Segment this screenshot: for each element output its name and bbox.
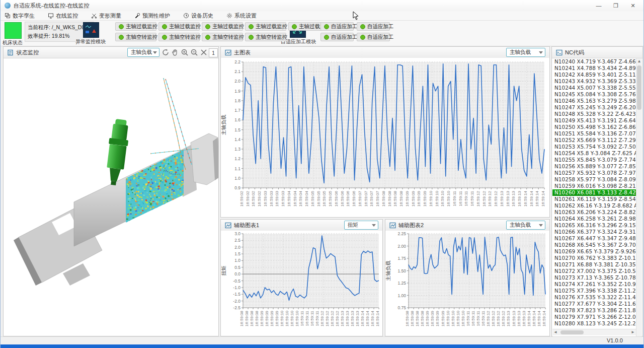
nc-code-line[interactable]: N10258 X5.977 Y-3.084 Z-8.097 A-73.138	[552, 176, 636, 183]
svg-text:16:59:14: 16:59:14	[375, 310, 380, 326]
nc-code-line[interactable]: N10256 X5.889 Y-3.077 Z-7.858 A-73.348	[552, 163, 636, 170]
nc-code-line[interactable]: N10266 X6.377 Y-3.324 Z-9.317 A-71.443	[552, 229, 636, 235]
overload-monitor-button-2[interactable]: 主轴过载监控	[158, 22, 200, 31]
idle-monitor-button-1[interactable]: 主轴空转监控	[115, 33, 156, 41]
nc-code-line[interactable]: N10269 X6.65 Y-3.379 Z-9.926 A-69.947 C	[552, 248, 636, 255]
svg-text:16:59:06: 16:59:06	[340, 190, 345, 206]
version-label: V1.0.0	[607, 337, 623, 343]
nc-code-line[interactable]: N10249 X5.413 Y-3.191 Z-6.642 A-74.346	[552, 117, 636, 124]
aux-chart2-plot[interactable]: 0.751.001.251.501.752.002.2516:59:0816:5…	[385, 231, 549, 336]
nc-code-line[interactable]: N10244 X5.007 Y-3.338 Z-5.553 A-75.297	[552, 85, 636, 91]
nc-code-line[interactable]: N10242 X4.859 Y-3.401 Z-5.114 A-75.775	[552, 72, 636, 78]
nc-code-line[interactable]: N10250 X5.498 Y-3.162 Z-6.86 A-74.178 C	[552, 124, 636, 130]
nc-code-line[interactable]: N10259 X6.016 Y-3.098 Z-8.217 A-73.036	[552, 183, 636, 189]
nc-code-line[interactable]: N10241 X4.788 Y-3.434 Z-4.893 A-76.062	[552, 65, 636, 72]
nc-code-line[interactable]: N10254 X5.8 Y-3.084 Z-7.625 A-73.571 C	[552, 150, 636, 157]
nc-code-line[interactable]: N10240 X4.719 Y-3.467 Z-4.669 A-76.396	[552, 58, 636, 65]
nc-code-line[interactable]: N10263 X6.206 Y-3.224 Z-8.828 A-72.33 C	[552, 209, 636, 216]
main-chart-selector[interactable]: 主轴负载	[506, 48, 545, 57]
aux-chart2-selector[interactable]: 主轴负载	[506, 221, 545, 230]
svg-text:16:59:13: 16:59:13	[355, 310, 360, 326]
svg-text:16:59:12: 16:59:12	[320, 310, 325, 326]
nc-code-line[interactable]: N10253 X5.754 Y-3.092 Z-7.508 A-73.677	[552, 144, 636, 150]
status-dot-icon	[119, 35, 124, 40]
menu-item-deformation-measure[interactable]: 变形测量	[91, 12, 121, 20]
svg-text:16:59:13: 16:59:13	[517, 190, 522, 206]
menu-item-predictive-maintenance[interactable]: 预测性维护	[134, 12, 170, 20]
menu-item-online-monitoring[interactable]: 在线监控	[48, 12, 78, 20]
rotate-view-icon[interactable]	[162, 48, 170, 56]
nc-code-line[interactable]: N10262 X6.16 Y-3.19 Z-8.682 A-72.534 C	[552, 202, 636, 209]
nc-code-line[interactable]: N10251 X5.584 Y-3.136 Z-7.077 A-74.012	[552, 130, 636, 137]
nc-code-line[interactable]: N10257 X5.932 Y-3.078 Z-7.974 A-73.243	[552, 170, 636, 176]
line-chart-icon	[225, 222, 231, 229]
svg-text:16:59:04: 16:59:04	[287, 190, 291, 206]
nc-code-line[interactable]: N10248 X5.328 Y-3.22 Z-6.423 A-74.52 C	[552, 111, 636, 117]
nc-code-line[interactable]: N10268 X6.545 Y-3.367 Z-9.708 A-70.519	[552, 242, 636, 248]
status-dot-icon	[324, 24, 329, 29]
application-window: 自适应系统-在线监控-在线监控 — ❐ ✕ 数字孪生在线监控变形测量预测性维护设…	[0, 0, 644, 348]
nc-code-line[interactable]: N10243 X4.932 Y-3.369 Z-5.335 A-75.523	[552, 78, 636, 85]
menu-item-device-history[interactable]: 设备历史	[183, 12, 213, 20]
zoom-out-icon[interactable]	[190, 48, 198, 56]
nc-code-line-selected[interactable]: N10260 X6.081 Y-3.133 Z-8.422 A-72.835	[552, 189, 636, 196]
scroll-right-arrow[interactable]: ►	[630, 329, 636, 335]
nc-code-line[interactable]: N10276 X7.535 Y-3.322 Z-11.415 A-65.22	[552, 294, 636, 301]
overload-monitor-button-4[interactable]: 主轴过载监控	[245, 22, 286, 31]
pan-icon[interactable]	[171, 48, 179, 56]
chevron-down-icon	[539, 51, 543, 54]
main-chart-plot[interactable]: 0.91.01.11.21.31.41.51.61.71.81.92.02.12…	[221, 58, 549, 217]
svg-text:16:59:08: 16:59:08	[415, 310, 420, 326]
svg-text:16:59:13: 16:59:13	[517, 310, 521, 326]
scroll-up-arrow[interactable]: ▲	[636, 58, 642, 64]
aux-chart1-selector[interactable]: 扭矩	[344, 221, 378, 230]
overload-monitor-button-3[interactable]: 主轴过载监控	[202, 22, 243, 31]
nc-vertical-scrollbar[interactable]: ▲ ▼	[636, 58, 642, 348]
adaptive-machining-button-3[interactable]: 自适应加工	[320, 33, 354, 41]
nc-code-line[interactable]: N10252 X5.669 Y-3.112 Z-7.293 A-73.844	[552, 137, 636, 144]
nc-code-line[interactable]: N10278 X7.823 Y-3.286 Z-11.825 A-63.73	[552, 307, 636, 314]
menu-item-digital-twin[interactable]: 数字孪生	[5, 12, 35, 20]
nc-code-line[interactable]: N10265 X6.316 Y-3.296 Z-9.156 A-71.771	[552, 222, 636, 229]
adaptive-machining-button-1[interactable]: 自适应加工	[320, 22, 354, 31]
maximize-button[interactable]: ❐	[607, 0, 624, 11]
adaptive-machining-button-2[interactable]: 自适应加工	[357, 22, 390, 31]
close-button[interactable]: ✕	[624, 0, 641, 11]
nc-code-list[interactable]: N10240 X4.719 Y-3.467 Z-4.669 A-76.396N1…	[552, 58, 636, 348]
nc-code-line[interactable]: N10264 X6.258 Y-3.261 Z-8.989 A-72.072	[552, 216, 636, 222]
nc-code-line[interactable]: N10267 X6.447 Y-3.347 Z-9.489 A-71.055	[552, 235, 636, 242]
svg-text:16:59:13: 16:59:13	[522, 310, 526, 326]
adaptive-machining-button-4[interactable]: 自适应加工	[357, 33, 390, 41]
status-view-selector[interactable]: 主轴负载	[127, 48, 159, 57]
fit-view-icon[interactable]	[200, 48, 208, 56]
nc-code-line[interactable]: N10274 X7.261 Y-3.352 Z-10.998 A-66.67	[552, 281, 636, 288]
idle-monitor-button-3[interactable]: 主轴空转监控	[202, 33, 243, 41]
nc-code-line[interactable]: N10275 X7.396 Y-3.338 Z-11.207 A-65.95	[552, 288, 636, 294]
nc-code-line[interactable]: N10273 X7.13 Y-3.365 Z-10.786 A-67.372	[552, 274, 636, 281]
nc-code-line[interactable]: N10245 X5.084 Y-3.308 Z-5.769 A-75.088	[552, 91, 636, 98]
nc-code-line[interactable]: N10271 X6.88 Y-3.381 Z-10.359 A-68.711	[552, 261, 636, 268]
nc-code-line[interactable]: N10280 X8.123 Y-3.245 Z-12.227 A-62.23	[552, 320, 636, 327]
minimize-button[interactable]: —	[590, 0, 607, 11]
machine-3d-viewport[interactable]	[4, 58, 218, 336]
nc-code-line[interactable]: N10272 X7.002 Y-3.375 Z-10.573 A-68.05	[552, 268, 636, 274]
idle-monitor-button-4[interactable]: 主轴空转监控	[245, 33, 286, 41]
nc-horizontal-scrollbar[interactable]: ◄ ►	[552, 329, 636, 335]
menu-item-system-settings[interactable]: 系统设置	[226, 12, 257, 20]
nc-code-line[interactable]: N10277 X7.677 Y-3.304 Z-11.621 A-64.48	[552, 301, 636, 307]
nc-code-line[interactable]: N10279 X7.971 Y-3.266 Z-12.027 A-62.98	[552, 314, 636, 320]
aux-chart1-plot[interactable]: -2.5-2.0-1.5-1.0-0.50.00.51.01.52.02.53.…	[221, 231, 382, 336]
zoom-in-icon[interactable]	[181, 48, 189, 56]
aux-chart2-selector-value: 主轴负载	[510, 222, 531, 229]
nc-code-line[interactable]: N10270 X6.762 Y-3.383 Z-10.143 A-69.34	[552, 255, 636, 261]
scroll-left-arrow[interactable]: ◄	[552, 329, 558, 335]
nc-vscroll-thumb[interactable]	[637, 65, 641, 110]
svg-text:1.8: 1.8	[234, 98, 240, 103]
nc-code-line[interactable]: N10246 X5.163 Y-3.279 Z-5.984 A-74.892	[552, 98, 636, 104]
nc-code-line[interactable]: N10247 X5.245 Y-3.249 Z-6.204 A-74.701	[552, 104, 636, 111]
nc-hscroll-thumb[interactable]	[560, 330, 584, 334]
nc-code-line[interactable]: N10255 X5.845 Y-3.079 Z-7.741 A-73.458	[552, 157, 636, 163]
overload-monitor-button-1[interactable]: 主轴过载监控	[115, 22, 156, 31]
nc-code-line[interactable]: N10261 X6.119 Y-3.159 Z-8.546 A-72.701	[552, 196, 636, 202]
idle-monitor-button-2[interactable]: 主轴空转监控	[158, 33, 200, 41]
